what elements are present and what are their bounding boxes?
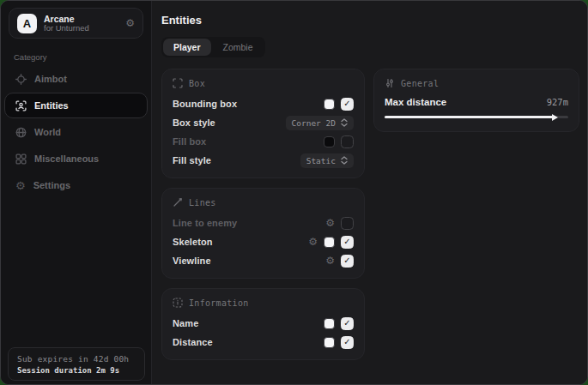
tab-player[interactable]: Player [163,39,211,56]
app-titles: Arcane for Unturned [44,14,118,33]
left-column: Box Bounding box ✓ Box style Corn [161,69,365,360]
row-label: Viewline [173,256,325,266]
row-label: Skeleton [173,237,308,247]
right-column: General Max distance 927m [373,69,579,132]
panel-general-header: General [385,78,568,88]
crosshair-icon [15,74,27,85]
row-max-distance: Max distance 927m [385,97,568,107]
row-fill-style: Fill style Static [173,153,354,167]
panel-title: Lines [189,198,216,208]
dropdown-value: Corner 2D [292,118,336,128]
sidebar-item-entities[interactable]: Entities [4,93,148,118]
entity-tabs: Player Zombie [161,37,265,57]
row-label: Name [173,318,324,328]
color-swatch[interactable] [324,99,335,110]
app-logo: A [17,14,37,33]
checkbox[interactable]: ✓ [341,236,354,249]
main-content: Entities Player Zombie Box [152,1,588,384]
color-swatch[interactable] [324,337,335,348]
sidebar-item-label: Settings [33,180,70,190]
checkbox[interactable] [341,217,354,230]
max-distance-slider[interactable] [385,113,568,121]
gear-icon: ⚙ [15,180,26,191]
fill-style-dropdown[interactable]: Static [300,153,354,168]
session-duration-text: Session duration 2m 9s [17,366,136,375]
sidebar: A Arcane for Unturned ⚙ Category Aimbot [1,1,152,384]
max-distance-label: Max distance [385,97,547,107]
box-style-dropdown[interactable]: Corner 2D [286,116,354,130]
sub-expiry-text: Sub expires in 42d 00h [17,354,136,364]
app-subtitle: for Unturned [44,24,118,33]
panel-title: Information [189,298,249,308]
category-label: Category [14,52,151,62]
sidebar-item-aimbot[interactable]: Aimbot [4,66,148,92]
panel-box: Box Bounding box ✓ Box style Corn [161,69,365,178]
row-label: Distance [173,337,324,347]
row-fill-box: Fill box [173,135,354,148]
sliders-icon [385,78,395,88]
row-settings-gear-icon[interactable]: ⚙ [325,218,335,228]
chevron-updown-icon [341,156,348,165]
panel-lines: Lines Line to enemy ⚙ Skeleton ⚙ [161,188,365,279]
row-label: Box style [173,117,286,128]
row-label: Fill box [173,136,324,147]
checkbox[interactable]: ✓ [341,98,354,111]
checkbox[interactable]: ✓ [341,317,354,330]
max-distance-value: 927m [547,97,568,107]
row-settings-gear-icon[interactable]: ⚙ [308,237,318,247]
sidebar-item-settings[interactable]: ⚙ Settings [4,172,148,198]
diagonal-line-icon [173,197,183,208]
entities-scan-icon [15,100,27,111]
sidebar-item-label: Aimbot [34,74,67,84]
sidebar-item-label: Miscellaneous [34,153,99,164]
sidebar-item-label: Entities [34,100,69,111]
panel-general: General Max distance 927m [373,69,579,132]
panel-columns: Box Bounding box ✓ Box style Corn [161,69,579,360]
page-title: Entities [161,14,579,27]
row-skeleton: Skeleton ⚙ ✓ [173,235,354,249]
row-box-style: Box style Corner 2D [173,116,354,129]
app-name: Arcane [44,14,118,24]
sidebar-item-miscellaneous[interactable]: Miscellaneous [4,146,148,171]
checkbox[interactable] [341,135,354,148]
panel-information-header: Information [173,298,354,308]
chevron-updown-icon [341,118,348,127]
color-swatch[interactable] [324,136,335,147]
panel-box-header: Box [173,78,354,88]
color-swatch[interactable] [324,237,335,248]
row-distance: Distance ✓ [173,335,354,349]
row-label: Fill style [173,155,300,165]
globe-icon [15,127,27,138]
row-line-to-enemy: Line to enemy ⚙ [173,216,354,230]
panel-lines-header: Lines [173,197,354,208]
row-settings-gear-icon[interactable]: ⚙ [325,256,335,266]
row-viewline: Viewline ⚙ ✓ [173,254,354,268]
max-distance-slider-fill [385,116,555,118]
sidebar-item-label: World [34,127,61,137]
sidebar-item-world[interactable]: World [4,119,148,145]
panel-title: General [401,79,439,88]
info-box-icon [173,298,183,308]
grid-icon [15,153,27,165]
row-label: Bounding box [173,99,324,109]
header-gear-icon[interactable]: ⚙ [125,18,135,28]
slider-thumb-arrow-icon[interactable] [552,114,558,121]
box-corners-icon [173,78,183,88]
app-header-card: A Arcane for Unturned ⚙ [9,8,143,39]
app-window: A Arcane for Unturned ⚙ Category Aimbot [0,0,588,385]
row-bounding-box: Bounding box ✓ [173,97,354,111]
row-label: Line to enemy [173,218,325,228]
panel-information: Information Name ✓ Distance ✓ [161,288,365,360]
tab-zombie[interactable]: Zombie [213,39,264,56]
checkbox[interactable]: ✓ [341,255,354,268]
sidebar-nav: Aimbot Entities World [1,65,151,198]
panel-title: Box [189,79,205,88]
checkbox[interactable]: ✓ [341,336,354,349]
row-name: Name ✓ [173,316,354,330]
color-swatch[interactable] [324,318,335,329]
subscription-card: Sub expires in 42d 00h Session duration … [8,347,145,381]
dropdown-value: Static [306,156,336,165]
